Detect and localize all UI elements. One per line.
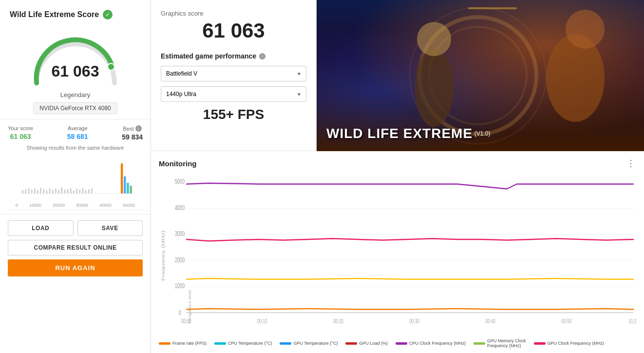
your-score-label: Your score: [8, 125, 33, 131]
svg-rect-8: [40, 188, 41, 193]
legend-color-gpu-load: [345, 342, 357, 345]
svg-point-36: [566, 10, 605, 49]
monitoring-menu-icon[interactable]: ⋮: [626, 158, 636, 169]
svg-text:Graphics test: Graphics test: [188, 290, 192, 324]
showing-text: Showing results from the same hardware: [8, 145, 143, 151]
legend-color-cpu-temp: [214, 342, 226, 345]
svg-point-0: [108, 63, 114, 70]
benchmark-title: Wild Life Extreme Score: [10, 10, 99, 19]
svg-text:2000: 2000: [175, 255, 185, 264]
game-perf-title: Estimated game performance: [161, 52, 256, 60]
average-value: 58 681: [67, 133, 88, 140]
svg-text:0: 0: [179, 309, 181, 317]
legend-color-gpu-temp: [280, 342, 291, 345]
legend-gpu-temp: GPU Temperature (°C): [280, 341, 338, 346]
score-section: Wild Life Extreme Score ✓ 61 063 Legenda…: [0, 0, 151, 119]
chart-svg-container: 5000 4000 3000 2000 1000 0 Frequency (MH…: [159, 173, 636, 335]
svg-rect-19: [73, 191, 75, 194]
best-value: 59 834: [122, 133, 143, 141]
compare-button[interactable]: COMPARE RESULT ONLINE: [8, 240, 143, 255]
game-perf-info-icon[interactable]: i: [259, 53, 265, 59]
svg-rect-11: [49, 188, 51, 194]
monitoring-title: Monitoring: [159, 159, 196, 168]
monitoring-header: Monitoring ⋮: [159, 158, 636, 169]
svg-text:3000: 3000: [175, 230, 185, 238]
legend-gpu-clock: GPU Clock Frequency (MHz): [534, 341, 605, 346]
resolution-select[interactable]: 1440p Ultra 1080p Ultra 4K Ultra: [161, 86, 306, 102]
monitoring-section: Monitoring ⋮ 5000 4000 3000 2000 1000 0 …: [151, 151, 644, 353]
graphics-score-panel: Graphics score 61 063 Estimated game per…: [151, 0, 317, 151]
tier-label: Legendary: [60, 91, 90, 98]
scores-row: Your score 61 063 Average 58 681 Best i …: [8, 125, 143, 141]
hero-image: WILD LIFE EXTREME (V1.0): [317, 0, 644, 151]
svg-text:00:20: 00:20: [333, 317, 343, 324]
hero-title-container: WILD LIFE EXTREME (V1.0): [326, 126, 634, 141]
svg-point-35: [546, 34, 605, 122]
hero-title: WILD LIFE EXTREME: [326, 126, 473, 141]
svg-rect-18: [70, 188, 72, 194]
svg-text:4000: 4000: [175, 204, 185, 212]
hero-overlay: WILD LIFE EXTREME (V1.0): [326, 126, 634, 141]
best-label: Best i: [123, 125, 142, 132]
gauge-svg: [27, 27, 124, 90]
svg-rect-3: [25, 189, 26, 194]
svg-rect-21: [79, 190, 80, 194]
gpu-label: NVIDIA GeForce RTX 4080: [33, 102, 117, 114]
load-button[interactable]: LOAD: [8, 220, 74, 236]
legend-gpu-mem-clock: GPU Memory ClockFrequency (MHz): [474, 338, 526, 348]
legend-cpu-temp: CPU Temperature (°C): [214, 341, 272, 346]
svg-text:01:00: 01:00: [629, 317, 636, 324]
legend-cpu-clock: CPU Clock Frequency (MHz): [396, 341, 466, 346]
graphics-score-title: Graphics score: [161, 10, 203, 17]
svg-text:00:50: 00:50: [562, 317, 571, 324]
svg-rect-17: [67, 189, 69, 194]
game-select-wrapper: Battlefield V Call of Duty Cyberpunk 207…: [161, 66, 306, 81]
svg-rect-13: [55, 189, 57, 194]
svg-rect-2: [22, 190, 23, 194]
legend-frame-rate: Frame rate (FPS): [159, 341, 207, 346]
svg-rect-9: [43, 189, 44, 194]
svg-text:00:40: 00:40: [486, 317, 495, 324]
check-icon: ✓: [103, 10, 113, 20]
left-panel: Wild Life Extreme Score ✓ 61 063 Legenda…: [0, 0, 151, 353]
bar-chart: [16, 157, 135, 200]
svg-rect-28: [127, 183, 129, 194]
best-score-col: Best i 59 834: [122, 125, 143, 141]
right-panel: Graphics score 61 063 Estimated game per…: [151, 0, 644, 353]
svg-rect-10: [46, 191, 48, 194]
legend-color-frame-rate: [159, 342, 170, 345]
chart-area: 5000 4000 3000 2000 1000 0 Frequency (MH…: [159, 173, 636, 348]
svg-rect-14: [58, 190, 59, 194]
svg-rect-12: [52, 190, 54, 194]
svg-text:Frequency (MHz): Frequency (MHz): [161, 231, 166, 281]
game-perf-section: Estimated game performance i Battlefield…: [161, 52, 306, 122]
svg-rect-16: [64, 190, 66, 194]
gauge-score: 61 063: [52, 62, 99, 80]
buttons-section: LOAD SAVE COMPARE RESULT ONLINE RUN AGAI…: [0, 215, 151, 282]
svg-rect-15: [61, 188, 62, 194]
svg-rect-26: [121, 163, 123, 194]
svg-text:5000: 5000: [175, 177, 185, 186]
hero-version: (V1.0): [474, 130, 491, 137]
svg-text:1000: 1000: [175, 282, 185, 290]
svg-rect-5: [31, 190, 33, 194]
best-info-icon[interactable]: i: [135, 125, 142, 132]
svg-text:00:30: 00:30: [409, 317, 419, 324]
svg-rect-20: [76, 189, 77, 194]
legend-gpu-load: GPU Load (%): [345, 341, 388, 346]
save-button[interactable]: SAVE: [77, 220, 143, 236]
top-right: Graphics score 61 063 Estimated game per…: [151, 0, 644, 151]
game-select[interactable]: Battlefield V Call of Duty Cyberpunk 207…: [161, 66, 306, 81]
gauge-container: 61 063: [27, 27, 124, 90]
legend-row: Frame rate (FPS) CPU Temperature (°C) GP…: [159, 338, 636, 348]
run-again-button[interactable]: RUN AGAIN: [8, 259, 143, 276]
svg-rect-22: [82, 188, 84, 193]
graphics-score-value: 61 063: [202, 19, 265, 42]
svg-rect-24: [88, 189, 90, 194]
load-save-row: LOAD SAVE: [8, 220, 143, 236]
legend-color-gpu-clock: [534, 342, 546, 345]
legend-color-cpu-clock: [396, 342, 407, 345]
svg-point-34: [417, 22, 451, 56]
svg-rect-6: [34, 189, 36, 194]
resolution-select-wrapper: 1440p Ultra 1080p Ultra 4K Ultra ▼: [161, 86, 306, 102]
